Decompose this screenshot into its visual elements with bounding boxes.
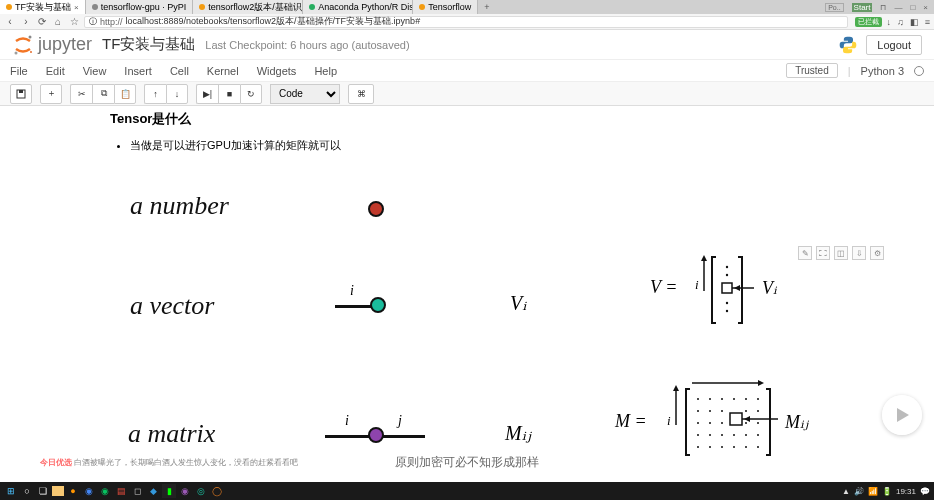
cell-download-icon[interactable]: ⇩ — [852, 246, 866, 260]
start-label[interactable]: Start — [852, 3, 873, 12]
browser-tab[interactable]: Anaconda Python/R Distribu — [303, 0, 413, 14]
app-icon[interactable]: ◆ — [146, 484, 160, 498]
search-icon[interactable]: ○ — [20, 484, 34, 498]
svg-point-32 — [745, 422, 747, 424]
window-close-icon[interactable]: × — [923, 3, 928, 12]
app-icon[interactable]: ◎ — [194, 484, 208, 498]
kernel-indicator[interactable] — [914, 66, 924, 76]
browser-tab[interactable]: tensorflow-gpu · PyPI — [86, 0, 194, 14]
trusted-indicator[interactable]: Trusted — [786, 63, 838, 78]
cell-edit-icon[interactable]: ✎ — [798, 246, 812, 260]
add-cell-button[interactable]: ＋ — [40, 84, 62, 104]
cut-button[interactable]: ✂ — [70, 84, 92, 104]
menu-file[interactable]: File — [10, 65, 28, 77]
browser-tab[interactable]: Tensorflow — [413, 0, 478, 14]
cell-zoom-icon[interactable]: ◫ — [834, 246, 848, 260]
back-icon[interactable]: ‹ — [4, 16, 16, 27]
restart-button[interactable]: ↻ — [240, 84, 262, 104]
vector-dot — [370, 297, 386, 313]
logout-button[interactable]: Logout — [866, 35, 922, 55]
extension-icon[interactable]: ◧ — [910, 17, 919, 27]
terminal-icon[interactable]: ▮ — [162, 484, 176, 498]
svg-point-18 — [697, 398, 699, 400]
svg-point-28 — [757, 410, 759, 412]
label-vector: a vector — [130, 291, 214, 321]
cell-type-select[interactable]: Code — [270, 84, 340, 104]
matrix-formula: Mᵢⱼ — [505, 421, 531, 445]
reload-icon[interactable]: ⟳ — [36, 16, 48, 27]
svg-marker-48 — [744, 416, 750, 422]
kernel-name[interactable]: Python 3 — [861, 65, 904, 77]
pin-icon[interactable]: Po.. — [825, 3, 843, 12]
menu-kernel[interactable]: Kernel — [207, 65, 239, 77]
matrix-index-i: i — [345, 413, 349, 429]
headphone-icon[interactable]: ♫ — [897, 17, 904, 27]
tray-icon[interactable]: 🔊 — [854, 487, 864, 496]
video-play-button[interactable] — [882, 395, 922, 435]
menu-help[interactable]: Help — [314, 65, 337, 77]
window-minimize-icon[interactable]: — — [894, 3, 902, 12]
tab-favicon — [92, 4, 98, 10]
svg-rect-4 — [19, 90, 23, 93]
paste-button[interactable]: 📋 — [114, 84, 136, 104]
blocked-badge[interactable]: 已拦截 — [855, 17, 882, 27]
jupyter-logo-text: jupyter — [38, 34, 92, 55]
forward-icon[interactable]: › — [20, 16, 32, 27]
tab-label: Tensorflow — [428, 2, 471, 12]
copy-button[interactable]: ⧉ — [92, 84, 114, 104]
close-icon[interactable]: × — [74, 3, 79, 12]
url-input[interactable]: ⓘ http://localhost:8889/notebooks/tensor… — [84, 16, 848, 28]
jupyter-icon — [12, 34, 34, 56]
task-view-icon[interactable]: ❏ — [36, 484, 50, 498]
notifications-icon[interactable]: 💬 — [920, 487, 930, 496]
svg-point-29 — [697, 422, 699, 424]
explorer-icon[interactable] — [52, 486, 64, 496]
save-button[interactable] — [10, 84, 32, 104]
menu-cell[interactable]: Cell — [170, 65, 189, 77]
browser-tab-active[interactable]: TF安装与基础 × — [0, 0, 86, 14]
tray-icon[interactable]: 🔋 — [882, 487, 892, 496]
svg-point-37 — [733, 434, 735, 436]
download-icon[interactable]: ↓ — [886, 17, 891, 27]
tab-favicon — [309, 4, 315, 10]
jupyter-logo[interactable]: jupyter — [12, 34, 92, 56]
favorite-icon[interactable]: ☆ — [68, 16, 80, 27]
move-down-button[interactable]: ↓ — [166, 84, 188, 104]
cell-settings-icon[interactable]: ⚙ — [870, 246, 884, 260]
window-menu-icon[interactable]: ⊓ — [880, 3, 886, 12]
cell-expand-icon[interactable]: ⛶ — [816, 246, 830, 260]
menu-edit[interactable]: Edit — [46, 65, 65, 77]
url-text: localhost:8889/notebooks/tensorflow2版本/基… — [126, 15, 421, 28]
notebook-name[interactable]: TF安装与基础 — [102, 35, 195, 54]
browser-address-bar: ‹ › ⟳ ⌂ ☆ ⓘ http://localhost:8889/notebo… — [0, 14, 934, 30]
chrome-icon[interactable]: ◉ — [82, 484, 96, 498]
command-palette-button[interactable]: ⌘ — [348, 84, 374, 104]
wechat-icon[interactable]: ◉ — [98, 484, 112, 498]
svg-point-45 — [757, 446, 759, 448]
app-icon[interactable]: ◻ — [130, 484, 144, 498]
menu-view[interactable]: View — [83, 65, 107, 77]
stop-button[interactable]: ■ — [218, 84, 240, 104]
label-number: a number — [130, 191, 229, 221]
svg-point-42 — [721, 446, 723, 448]
svg-point-13 — [726, 310, 728, 312]
app-icon[interactable]: ◯ — [210, 484, 224, 498]
browser-tab[interactable]: tensorflow2版本/基础识别/m.. — [193, 0, 303, 14]
window-maximize-icon[interactable]: □ — [910, 3, 915, 12]
firefox-icon[interactable]: ● — [66, 484, 80, 498]
app-icon[interactable]: ▤ — [114, 484, 128, 498]
menu-insert[interactable]: Insert — [124, 65, 152, 77]
app-icon[interactable]: ◉ — [178, 484, 192, 498]
home-icon[interactable]: ⌂ — [52, 16, 64, 27]
tray-icon[interactable]: 📶 — [868, 487, 878, 496]
start-menu-icon[interactable]: ⊞ — [4, 484, 18, 498]
tab-favicon — [6, 4, 12, 10]
menu-icon[interactable]: ≡ — [925, 17, 930, 27]
jupyter-header: jupyter TF安装与基础 Last Checkpoint: 6 hours… — [0, 30, 934, 60]
run-button[interactable]: ▶| — [196, 84, 218, 104]
move-up-button[interactable]: ↑ — [144, 84, 166, 104]
menu-widgets[interactable]: Widgets — [257, 65, 297, 77]
clock[interactable]: 19:31 — [896, 487, 916, 496]
new-tab-button[interactable]: + — [478, 2, 495, 12]
tray-icon[interactable]: ▲ — [842, 487, 850, 496]
